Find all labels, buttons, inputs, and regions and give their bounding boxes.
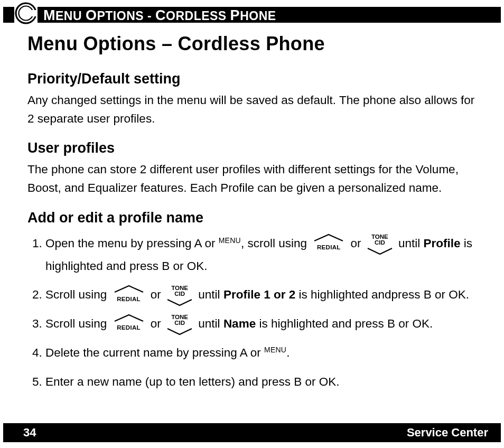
text: Open the menu by pressing A or — [45, 237, 219, 250]
step-2: Scroll using REDIAL or TONE CID until Pr… — [45, 284, 483, 313]
profile-bold: Profile — [424, 237, 461, 250]
text: . — [286, 346, 290, 359]
text: Scroll using — [45, 317, 110, 330]
name-bold: Name — [223, 317, 256, 330]
menu-key-icon: MENU — [264, 345, 286, 353]
text: Enter a new name (up to ten letters) and… — [45, 375, 340, 388]
profile12-bold: Profile 1 or 2 — [223, 288, 295, 301]
redial-up-icon: REDIAL — [110, 318, 147, 331]
step-5: Enter a new name (up to ten letters) and… — [45, 371, 483, 400]
logo-circle-icon — [14, 2, 38, 25]
text: or — [347, 237, 365, 250]
text: until — [198, 317, 223, 330]
section-priority-body: Any changed settings in the menu will be… — [27, 91, 483, 128]
redial-label: REDIAL — [110, 294, 147, 305]
text: or — [147, 288, 165, 301]
step-3: Scroll using REDIAL or TONE CID until Na… — [45, 313, 483, 342]
svg-rect-2 — [31, 10, 38, 16]
tone-cid-down-icon: TONE CID — [164, 318, 195, 331]
steps-list: Open the menu by pressing A or MENU, scr… — [27, 232, 483, 400]
redial-up-icon: REDIAL — [110, 289, 147, 302]
text: until — [398, 237, 424, 250]
page-title: Menu Options – Cordless Phone — [27, 29, 483, 59]
text: , scroll using — [241, 237, 310, 250]
text: is highlighted andpress B or OK. — [295, 288, 469, 301]
redial-label: REDIAL — [110, 322, 147, 334]
text: is highlighted and press B or OK. — [256, 317, 433, 330]
page-number: 34 — [23, 426, 36, 440]
footer-bar: 34 Service Center — [3, 423, 501, 442]
redial-label: REDIAL — [310, 242, 347, 254]
section-userprofiles-body: The phone can store 2 different user pro… — [27, 161, 483, 198]
section-priority-heading: Priority/Default setting — [27, 68, 483, 90]
text: Delete the current name by pressing A or — [45, 346, 264, 359]
step-4: Delete the current name by pressing A or… — [45, 342, 483, 371]
chapter-title: MENU OPTIONS - CORDLESS PHONE — [43, 7, 276, 24]
text: Scroll using — [45, 288, 110, 301]
section-addedit-heading: Add or edit a profile name — [27, 207, 483, 229]
tone-cid-down-icon: TONE CID — [164, 289, 195, 302]
section-userprofiles-heading: User profiles — [27, 137, 483, 160]
tone-cid-down-icon: TONE CID — [365, 238, 395, 250]
footer-service-center: Service Center — [407, 426, 488, 440]
redial-up-icon: REDIAL — [310, 238, 347, 250]
page-content: Menu Options – Cordless Phone Priority/D… — [27, 26, 483, 411]
step-1: Open the menu by pressing A or MENU, scr… — [45, 232, 483, 284]
text: until — [198, 288, 223, 301]
menu-key-icon: MENU — [219, 236, 241, 244]
text: or — [147, 317, 165, 330]
